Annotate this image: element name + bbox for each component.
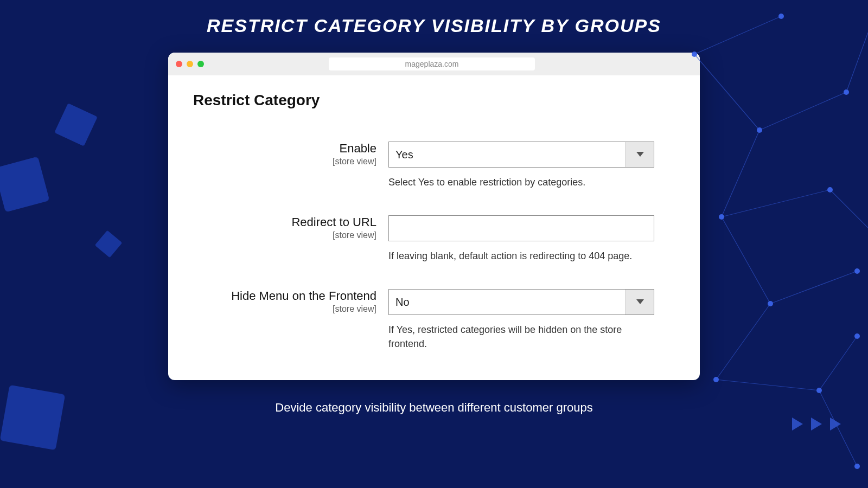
svg-line-11	[846, 33, 868, 92]
svg-line-3	[722, 130, 760, 217]
hidemenu-select-value: No	[389, 296, 626, 309]
svg-rect-27	[95, 230, 123, 258]
hidemenu-label: Hide Menu on the Frontend	[193, 289, 376, 303]
maximize-icon[interactable]	[197, 61, 204, 67]
svg-rect-26	[0, 157, 49, 213]
svg-line-9	[819, 336, 857, 390]
label-col: Enable [store view]	[193, 142, 388, 166]
minimize-icon[interactable]	[187, 61, 193, 67]
chevron-down-icon	[626, 290, 654, 314]
enable-label: Enable	[193, 142, 376, 156]
redirect-help: If leaving blank, default action is redi…	[388, 249, 654, 263]
redirect-label: Redirect to URL	[193, 215, 376, 229]
svg-point-21	[713, 377, 719, 382]
svg-marker-33	[636, 299, 644, 304]
svg-rect-25	[54, 103, 98, 146]
svg-marker-31	[830, 418, 841, 431]
svg-point-24	[854, 464, 860, 469]
browser-bar: mageplaza.com	[168, 53, 700, 75]
enable-scope: [store view]	[193, 157, 376, 166]
browser-content: Restrict Category Enable [store view] Ye…	[168, 75, 700, 380]
redirect-input[interactable]	[388, 215, 654, 241]
svg-marker-30	[811, 418, 822, 431]
label-col: Hide Menu on the Frontend [store view]	[193, 289, 388, 314]
field-hidemenu: Hide Menu on the Frontend [store view] N…	[193, 289, 675, 351]
page-title: RESTRICT CATEGORY VISIBILITY BY GROUPS	[0, 0, 868, 36]
field-enable: Enable [store view] Yes Select Yes to en…	[193, 142, 675, 189]
svg-line-4	[722, 190, 830, 217]
field-redirect: Redirect to URL [store view] If leaving …	[193, 215, 675, 263]
svg-point-22	[816, 388, 822, 393]
svg-point-17	[719, 214, 724, 220]
section-title: Restrict Category	[193, 92, 675, 109]
svg-line-1	[694, 54, 760, 130]
svg-line-6	[770, 271, 857, 304]
svg-marker-32	[636, 152, 644, 157]
url-text: mageplaza.com	[405, 60, 459, 68]
svg-line-2	[760, 92, 846, 130]
svg-point-19	[768, 301, 773, 306]
svg-point-23	[854, 333, 860, 339]
svg-line-7	[716, 304, 770, 380]
url-bar[interactable]: mageplaza.com	[329, 57, 535, 70]
svg-rect-28	[0, 385, 65, 450]
enable-help: Select Yes to enable restriction by cate…	[388, 175, 654, 189]
label-col: Redirect to URL [store view]	[193, 215, 388, 240]
hidemenu-select[interactable]: No	[388, 289, 654, 315]
hidemenu-scope: [store view]	[193, 304, 376, 314]
enable-select[interactable]: Yes	[388, 142, 654, 168]
svg-marker-29	[792, 418, 803, 431]
chevron-down-icon	[626, 142, 654, 167]
svg-point-18	[827, 187, 833, 192]
svg-point-20	[854, 268, 860, 274]
enable-select-value: Yes	[389, 149, 626, 161]
page-subtitle: Devide category visibility between diffe…	[0, 401, 868, 415]
svg-point-15	[757, 127, 762, 133]
hidemenu-help: If Yes, restricted categories will be hi…	[388, 323, 654, 351]
close-icon[interactable]	[176, 61, 182, 67]
svg-line-5	[722, 217, 770, 304]
redirect-scope: [store view]	[193, 230, 376, 240]
svg-point-16	[844, 89, 849, 95]
svg-line-12	[830, 190, 868, 228]
browser-window: mageplaza.com Restrict Category Enable […	[168, 53, 700, 380]
svg-line-8	[716, 380, 819, 390]
